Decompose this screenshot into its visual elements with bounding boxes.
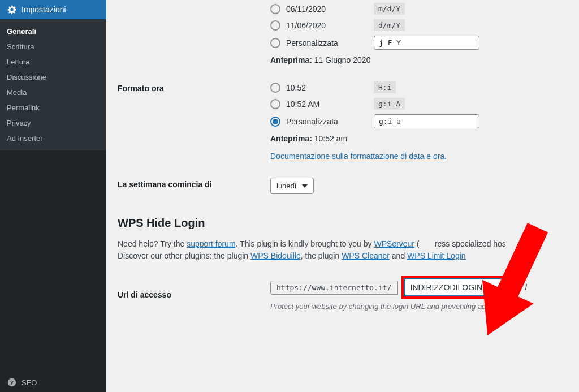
sidebar-item-seo[interactable]: Y SEO <box>0 373 106 392</box>
format-code: H:i <box>374 81 396 93</box>
date-format-option-custom[interactable]: Personalizzata <box>270 36 568 50</box>
time-format-option-12h[interactable]: 10:52 AM g:i A <box>270 98 568 110</box>
format-code: m/d/Y <box>374 3 405 15</box>
sidebar-current-settings[interactable]: Impostazioni <box>0 0 106 19</box>
datetime-doc-link[interactable]: Documentazione sulla formattazione di da… <box>270 152 444 161</box>
time-format-option-24h[interactable]: 10:52 H:i <box>270 81 568 93</box>
sidebar-item-generali[interactable]: Generali <box>0 24 106 39</box>
login-url-highlight <box>401 276 518 299</box>
settings-icon <box>7 5 17 15</box>
sidebar-item-discussione[interactable]: Discussione <box>0 70 106 85</box>
date-custom-input[interactable] <box>374 36 479 50</box>
date-format-option-mdy[interactable]: 06/11/2020 m/d/Y <box>270 3 568 15</box>
wps-section-title: WPS Hide Login <box>118 217 568 230</box>
sidebar-item-lettura[interactable]: Lettura <box>0 54 106 70</box>
time-format-option-custom[interactable]: Personalizzata <box>270 114 568 128</box>
time-format-label: Formato ora <box>118 81 270 93</box>
format-code: g:i A <box>374 98 405 110</box>
sidebar-current-label: Impostazioni <box>21 5 66 14</box>
format-code: d/m/Y <box>374 19 405 31</box>
time-preview: Anteprima: 10:52 am <box>270 134 568 143</box>
week-start-label: La settimana comincia di <box>118 178 270 189</box>
week-start-select[interactable]: lunedì <box>270 178 314 194</box>
login-url-label: Url di accesso <box>118 288 270 299</box>
radio-icon <box>270 38 280 48</box>
limit-login-link[interactable]: WPS Limit Login <box>407 251 465 260</box>
url-suffix-text: / <box>522 283 531 292</box>
admin-sidebar: Impostazioni Generali Scrittura Lettura … <box>0 0 106 392</box>
seo-icon: Y <box>7 377 17 387</box>
sidebar-item-media[interactable]: Media <box>0 85 106 100</box>
settings-content: 06/11/2020 m/d/Y 11/06/2020 d/m/Y Person… <box>106 0 579 392</box>
wps-help-text: Need help? Try the support forum. This p… <box>118 238 568 262</box>
cleaner-link[interactable]: WPS Cleaner <box>342 251 390 260</box>
sidebar-item-scrittura[interactable]: Scrittura <box>0 39 106 54</box>
radio-icon <box>270 99 280 109</box>
login-url-input[interactable] <box>404 278 516 296</box>
login-url-description: Protect your website by changing the log… <box>270 302 568 311</box>
date-preview: Anteprima: 11 Giugno 2020 <box>270 55 568 64</box>
sidebar-item-privacy[interactable]: Privacy <box>0 115 106 131</box>
sidebar-item-adinserter[interactable]: Ad Inserter <box>0 131 106 146</box>
radio-icon <box>270 4 280 14</box>
wpserveur-link[interactable]: WPServeur <box>374 239 414 248</box>
url-prefix-text: https://www.internetto.it/ <box>270 281 398 295</box>
date-format-option-dmy[interactable]: 11/06/2020 d/m/Y <box>270 19 568 31</box>
sidebar-item-permalink[interactable]: Permalink <box>0 100 106 115</box>
svg-text:Y: Y <box>10 380 14 386</box>
radio-icon <box>270 83 280 93</box>
radio-icon-checked <box>270 117 280 127</box>
radio-icon <box>270 20 280 31</box>
sidebar-submenu: Generali Scrittura Lettura Discussione M… <box>0 19 106 150</box>
time-custom-input[interactable] <box>374 114 479 128</box>
support-forum-link[interactable]: support forum <box>187 239 235 248</box>
bidouille-link[interactable]: WPS Bidouille <box>250 251 301 260</box>
